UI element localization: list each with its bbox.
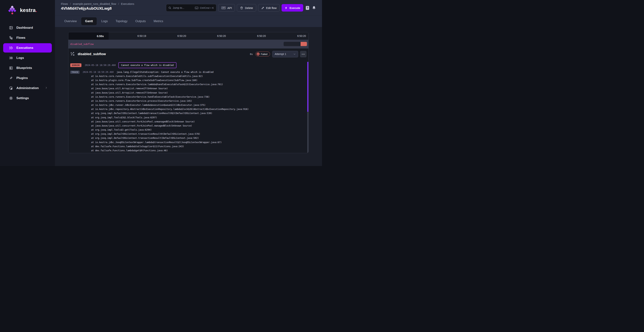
trace-frame-line: at java.base/java.util.concurrent.ForkJo…: [68, 124, 308, 128]
timeline-total-duration: 0.55s: [68, 32, 109, 40]
gantt-task-bar-failed-segment: [300, 42, 307, 46]
task-duration: 0s: [250, 53, 253, 56]
trace-frame-line: at dev.failsafe.Functions.lambda$get$0(F…: [68, 148, 308, 152]
log-scrollbar-track[interactable]: [307, 112, 308, 153]
sidebar-item-label: Plugins: [16, 76, 28, 80]
breadcrumb: Flows / example.parent_runs_disabled_flo…: [61, 2, 134, 6]
trace-frames: at io.kestra.core.runners.ExecutableUtil…: [68, 74, 308, 152]
breadcrumb-executions[interactable]: Executions: [121, 2, 134, 6]
trace-log-block: TRACE 2024-05-18 18:50:20.460 java.lang.…: [68, 70, 308, 152]
trash-icon: [240, 6, 243, 10]
timeline-tick: 6:50:20: [257, 34, 266, 38]
trace-frame-line: at org.jooq.impl.DefaultDSLContext.trans…: [68, 132, 308, 136]
gantt-task-name: disabled_subflow: [68, 43, 94, 46]
timeline-tick: 6:50:20: [178, 34, 186, 38]
sidebar-item-settings[interactable]: Settings: [0, 93, 55, 103]
notifications-button[interactable]: [312, 6, 316, 10]
task-detail-header: disabled_subflow 0s Failed Attempt 1: [68, 51, 308, 58]
sidebar-item-administration[interactable]: Administration: [0, 83, 55, 93]
tab-overview[interactable]: Overview: [61, 17, 80, 25]
timeline-tick: 6:50:19: [138, 34, 146, 38]
chevron-down-icon: [293, 53, 296, 55]
sidebar-item-label: Administration: [16, 86, 39, 90]
sidebar-item-label: Dashboard: [16, 26, 33, 30]
trace-frame-line: at org.jooq.impl.Tools$3.get(Tools.java:…: [68, 128, 308, 132]
tab-gantt[interactable]: Gantt: [81, 17, 97, 25]
log-scrollbar-thumb[interactable]: [307, 62, 308, 112]
brand-name: kestra.: [20, 7, 37, 13]
tab-logs[interactable]: Logs: [98, 17, 111, 25]
plugins-icon: [9, 76, 13, 80]
attempt-selector[interactable]: Attempt 1: [272, 51, 298, 58]
gantt-card: 0.55s 6:50:19 6:50:20 6:50:20 6:50:20 6:…: [68, 32, 308, 153]
gantt-content: 0.55s 6:50:19 6:50:20 6:50:20 6:50:20 6:…: [55, 27, 322, 166]
blueprints-icon: [9, 66, 13, 70]
page-title: 4VhMId47e6jyAubOUXLwg8: [61, 6, 134, 10]
sidebar: kestra. Dashboard Flows Executions Logs …: [0, 0, 55, 166]
sidebar-item-logs[interactable]: Logs: [0, 53, 55, 63]
gantt-task-row[interactable]: disabled_subflow: [68, 40, 308, 48]
timeline-header: 0.55s 6:50:19 6:50:20 6:50:20 6:50:20 6:…: [68, 32, 308, 40]
error-log-line: ERROR 2024-05-18 18:50:20.460 Cannot exe…: [68, 62, 308, 68]
timeline-ticks: 6:50:19 6:50:20 6:50:20 6:50:20 6:50:20: [109, 32, 308, 40]
lightning-icon: [284, 6, 288, 10]
trace-level-badge: TRACE: [70, 70, 80, 74]
sidebar-item-label: Logs: [16, 56, 24, 60]
tab-topology[interactable]: Topology: [112, 17, 131, 25]
failed-x-icon: [256, 52, 260, 56]
breadcrumb-flows[interactable]: Flows: [61, 2, 68, 6]
dashboard-icon: [9, 26, 13, 30]
breadcrumb-flow-id[interactable]: example.parent_runs_disabled_flow: [73, 2, 116, 6]
error-level-badge: ERROR: [70, 63, 82, 67]
trace-frame-line: at java.base/java.util.concurrent.ForkJo…: [68, 120, 308, 124]
keyboard-icon: [195, 7, 198, 9]
help-button[interactable]: ?: [306, 6, 309, 10]
edit-flow-button[interactable]: Edit flow: [258, 4, 280, 12]
kestra-logo-icon: [8, 6, 17, 15]
trace-frame-line: at io.kestra.core.runners.ExecutableUtil…: [68, 74, 308, 78]
tab-metrics[interactable]: Metrics: [150, 17, 166, 25]
search-icon: [168, 6, 171, 9]
trace-frame-line: at io.kestra.plugin.core.flow.Subflow.cr…: [68, 78, 308, 82]
log-scrollbar: [307, 62, 308, 153]
flows-icon: [9, 36, 13, 40]
logs-icon: [9, 56, 13, 60]
task-detail-panel: disabled_subflow 0s Failed Attempt 1: [68, 48, 308, 153]
trace-frame-line: at io.kestra.core.runners.ExecutorServic…: [68, 95, 308, 99]
trace-frame-line: at io.kestra.core.runners.ExecutorServic…: [68, 82, 308, 86]
trace-frame-line: at java.base/java.util.ArrayList.removeI…: [68, 91, 308, 95]
breadcrumb-separator: /: [117, 2, 120, 6]
api-button[interactable]: API API: [218, 4, 235, 12]
task-menu-button[interactable]: ⋯: [300, 51, 306, 58]
sidebar-nav: Dashboard Flows Executions Logs Blueprin…: [0, 23, 55, 103]
execution-tabs: Overview Gantt Logs Topology Outputs Met…: [55, 15, 322, 27]
trace-frame-line: at dev.failsafe.Functions.lambda$toCtxSu…: [68, 144, 308, 148]
sidebar-item-dashboard[interactable]: Dashboard: [0, 23, 55, 33]
delete-button[interactable]: Delete: [237, 4, 256, 12]
trace-frame-line: at io.kestra.jdbc.runner.JdbcExecutor.la…: [68, 103, 308, 107]
error-message-highlighted: Cannot execute a flow which is disabled: [118, 62, 176, 68]
kestra-logo[interactable]: kestra.: [0, 0, 55, 15]
task-name: disabled_subflow: [78, 52, 106, 56]
status-badge-failed: Failed: [256, 52, 270, 56]
api-icon: API: [222, 6, 226, 9]
timeline-tick: 6:50:20: [217, 34, 226, 38]
gantt-task-bar: [284, 42, 307, 46]
sidebar-item-label: Flows: [16, 36, 25, 40]
jump-to-search[interactable]: Jump to... Ctrl/Cmd + K: [166, 4, 216, 12]
trace-frame-line: at io.kestra.jdbc.JooqDSLContextWrapper.…: [68, 140, 308, 144]
sidebar-item-flows[interactable]: Flows: [0, 33, 55, 43]
trace-timestamp: 2024-05-18 18:50:20.460: [82, 71, 114, 74]
sidebar-item-plugins[interactable]: Plugins: [0, 73, 55, 83]
bell-icon: [312, 6, 316, 10]
executions-icon: [9, 46, 13, 50]
trace-frame-line: at org.jooq.impl.DefaultDSLContext.lambd…: [68, 111, 308, 115]
sidebar-item-label: Blueprints: [16, 66, 32, 70]
timeline-tick: 6:50:20: [297, 34, 306, 38]
trace-exception-message: java.lang.IllegalStateException: Cannot …: [117, 71, 214, 74]
tab-outputs[interactable]: Outputs: [132, 17, 149, 25]
sidebar-item-executions[interactable]: Executions: [3, 43, 52, 52]
sidebar-item-blueprints[interactable]: Blueprints: [0, 63, 55, 73]
subflow-icon: [70, 52, 75, 57]
execute-button[interactable]: Execute: [282, 4, 303, 12]
